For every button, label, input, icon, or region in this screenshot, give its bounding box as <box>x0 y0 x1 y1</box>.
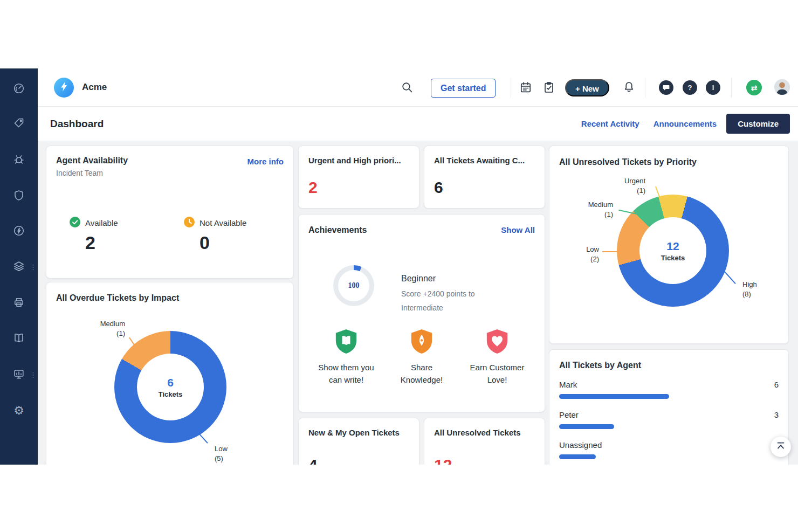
donut-center-value: 12 <box>666 240 679 253</box>
settings-gear-icon: ⚙ <box>13 405 24 417</box>
dashboard-header: Dashboard Recent Activity Announcements … <box>38 107 798 141</box>
agent-ticket-count: 3 <box>774 410 779 419</box>
search-icon[interactable] <box>401 81 414 96</box>
scroll-to-top-button[interactable] <box>771 437 791 457</box>
not-available-clock-icon <box>184 217 195 229</box>
urgent-high-card: Urgent and High priori... 2 <box>298 146 419 209</box>
brand-name: Acme <box>82 82 107 93</box>
awaiting-value: 6 <box>434 178 443 197</box>
donut-center-value: 6 <box>167 376 174 389</box>
segment-label-urgent: Urgent(1) <box>608 176 645 195</box>
new-open-card: New & My Open Tickets 4 <box>298 418 419 465</box>
leader-line-low <box>602 251 618 252</box>
shield-icon <box>13 189 25 203</box>
sidebar: ⋮ ⋮ ⚙ <box>0 68 38 465</box>
sidebar-item-tickets[interactable] <box>0 116 38 132</box>
impact-donut-chart: 6 Tickets <box>114 331 226 443</box>
recent-activity-link[interactable]: Recent Activity <box>581 119 639 128</box>
info-icon[interactable]: i <box>706 80 720 95</box>
urgent-high-value: 2 <box>308 178 318 197</box>
get-started-button[interactable]: Get started <box>431 79 496 98</box>
app-switcher-icon[interactable]: ⇄ <box>746 80 762 95</box>
sidebar-item-changes[interactable] <box>0 224 38 240</box>
card-title: All Unresolved Tickets by Priority <box>559 157 697 167</box>
available-label: Available <box>85 218 118 227</box>
new-button[interactable]: + New <box>565 79 609 96</box>
available-stat: Available 2 <box>70 217 118 253</box>
chat-icon[interactable] <box>659 80 673 95</box>
topbar: Acme Get started + New ? i <box>38 68 798 107</box>
bolt-icon <box>57 79 71 96</box>
bell-icon[interactable] <box>623 81 635 95</box>
customize-button[interactable]: Customize <box>726 114 790 134</box>
calendar-icon[interactable] <box>520 81 532 95</box>
priority-donut-chart: 12 Tickets <box>617 195 729 307</box>
bug-icon <box>13 153 25 167</box>
card-title: All Tickets by Agent <box>559 361 641 370</box>
home-gauge-icon <box>13 82 25 96</box>
dashboard-content: Agent Availability Incident Team More in… <box>38 141 798 465</box>
sidebar-item-problems[interactable] <box>0 188 38 204</box>
all-unresolved-value: 12 <box>434 456 452 465</box>
agent-row: Peter 3 <box>559 410 779 429</box>
leader-line-high <box>722 269 736 284</box>
book-icon <box>13 332 25 346</box>
assets-kebab-icon[interactable]: ⋮ <box>30 264 35 271</box>
agent-bar <box>559 454 596 459</box>
segment-label-low: Low(5) <box>215 444 242 463</box>
knowledge-badge-icon <box>411 329 432 356</box>
love-badge-icon <box>486 329 508 356</box>
badge-write: Show them youcan write! <box>311 329 381 386</box>
agent-name: Unassigned <box>559 440 602 450</box>
help-icon[interactable]: ? <box>683 80 697 95</box>
printer-icon <box>13 296 25 310</box>
agent-name: Peter <box>559 410 579 419</box>
overdue-by-impact-card: All Overdue Tickets by Impact 6 Tickets … <box>46 282 294 465</box>
tickets-by-agent-card: All Tickets by Agent Mark 6 Peter 3 <box>549 349 789 465</box>
topbar-divider <box>731 78 732 98</box>
segment-label-high: High(8) <box>742 280 775 299</box>
card-title: All Tickets Awaiting C... <box>434 156 537 165</box>
awaiting-card: All Tickets Awaiting C... 6 <box>424 146 545 209</box>
user-avatar[interactable] <box>774 79 790 95</box>
more-info-link[interactable]: More info <box>247 157 284 166</box>
not-available-value: 0 <box>200 232 246 253</box>
achievement-score-text: Score +2400 points to Intermediate <box>401 287 475 315</box>
agent-ticket-count: 6 <box>774 380 779 389</box>
announcements-link[interactable]: Announcements <box>653 119 717 128</box>
tickets-tag-icon <box>13 117 25 131</box>
agent-availability-card: Agent Availability Incident Team More in… <box>46 146 294 279</box>
dashboard-links: Recent Activity Announcements <box>581 119 717 128</box>
sidebar-item-home[interactable] <box>0 81 38 98</box>
score-ring-chart: 100 <box>333 265 374 306</box>
segment-label-medium: Medium(1) <box>577 200 613 219</box>
analytics-kebab-icon[interactable]: ⋮ <box>30 371 35 378</box>
card-title: All Overdue Tickets by Impact <box>56 293 179 303</box>
sidebar-item-settings[interactable]: ⚙ <box>0 403 38 419</box>
card-title: Achievements <box>308 225 367 235</box>
main-area: Acme Get started + New ? i <box>38 68 798 465</box>
agent-row: Mark 6 <box>559 380 779 399</box>
card-title: Agent Availability <box>56 156 128 165</box>
agent-bar <box>559 394 669 399</box>
agent-bar <box>559 424 614 429</box>
show-all-link[interactable]: Show All <box>501 225 535 234</box>
score-value: 100 <box>348 281 360 290</box>
segment-label-medium: Medium(1) <box>90 319 125 338</box>
sidebar-item-releases[interactable] <box>0 295 38 312</box>
card-title: All Unresolved Tickets <box>434 428 537 437</box>
sidebar-item-knowledge[interactable] <box>0 331 38 347</box>
card-subtitle: Incident Team <box>56 169 103 177</box>
tasks-clipboard-icon[interactable] <box>543 81 555 95</box>
sidebar-item-incidents[interactable] <box>0 152 38 168</box>
app-window: ⋮ ⋮ ⚙ Acme Get started <box>0 68 798 465</box>
achievement-level: Beginner <box>401 274 436 284</box>
available-value: 2 <box>85 232 118 253</box>
topbar-divider <box>511 78 511 98</box>
write-badge-icon <box>335 329 357 356</box>
not-available-stat: Not Available 0 <box>184 217 246 253</box>
donut-center-label: Tickets <box>159 390 183 398</box>
donut-center-label: Tickets <box>661 254 685 262</box>
brand-logo[interactable] <box>54 78 74 98</box>
achievements-card: Achievements Show All 100 Beginner Score… <box>298 214 545 412</box>
